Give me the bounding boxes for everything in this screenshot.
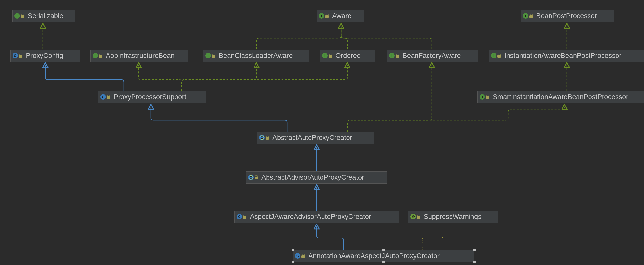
class-icon: C xyxy=(236,214,242,219)
annotation-icon: @ xyxy=(410,214,416,219)
node-suppresswarnings[interactable]: @ SuppressWarnings xyxy=(408,210,498,223)
selection-handle[interactable] xyxy=(382,248,385,251)
abstract-class-icon: C xyxy=(259,135,264,140)
node-serializable[interactable]: I Serializable xyxy=(12,10,75,22)
lock-icon xyxy=(417,215,420,218)
node-label: AbstractAdvisorAutoProxyCreator xyxy=(262,174,364,181)
node-label: AnnotationAwareAspectJAutoProxyCreator xyxy=(308,252,440,260)
lock-icon xyxy=(19,54,22,58)
node-abstractautoproxycreator[interactable]: C AbstractAutoProxyCreator xyxy=(257,132,374,144)
node-label: SmartInstantiationAwareBeanPostProcessor xyxy=(493,93,628,101)
edge-bfa-aware xyxy=(341,26,432,49)
interface-icon: I xyxy=(14,13,20,19)
node-label: Ordered xyxy=(336,52,361,60)
lock-icon xyxy=(530,14,533,18)
node-beanclassloaderaware[interactable]: I BeanClassLoaderAware xyxy=(203,50,309,62)
lock-icon xyxy=(99,54,102,58)
node-beanpostprocessor[interactable]: I BeanPostProcessor xyxy=(521,10,614,22)
lock-icon xyxy=(212,54,215,58)
edge-aapc-pps xyxy=(151,107,287,132)
selection-handle[interactable] xyxy=(473,261,476,263)
node-proxyprocessorsupport[interactable]: C ProxyProcessorSupport xyxy=(98,91,206,103)
node-instantiationawarebpp[interactable]: I InstantiationAwareBeanPostProcessor xyxy=(489,50,644,62)
interface-icon: I xyxy=(92,53,98,58)
edge-pps-ordered xyxy=(182,65,347,91)
node-label: BeanPostProcessor xyxy=(536,12,597,20)
node-label: Serializable xyxy=(28,12,63,20)
edge-ordered-aware xyxy=(341,26,347,49)
node-aware[interactable]: I Aware xyxy=(316,10,364,22)
node-aopinfrabean[interactable]: I AopInfrastructureBean xyxy=(90,50,188,62)
interface-icon: I xyxy=(480,94,485,100)
class-icon: C xyxy=(12,53,18,58)
node-label: SuppressWarnings xyxy=(424,213,482,220)
class-icon: C xyxy=(295,253,300,258)
node-proxyconfig[interactable]: C ProxyConfig xyxy=(10,50,80,62)
edge-pps-bcla xyxy=(182,65,256,91)
edge-bcla-aware xyxy=(256,26,341,49)
selection-handle[interactable] xyxy=(292,261,294,263)
node-label: BeanClassLoaderAware xyxy=(219,52,292,60)
lock-icon xyxy=(266,136,269,140)
selection-handle[interactable] xyxy=(473,248,476,251)
diagram-canvas[interactable]: I Serializable I Aware I BeanPostProcess… xyxy=(0,0,644,265)
node-smartinstawarebpp[interactable]: I SmartInstantiationAwareBeanPostProcess… xyxy=(477,91,644,103)
edge-annoaware-ajaware xyxy=(316,226,344,250)
edge-aapc-smartinst xyxy=(347,107,564,132)
selection-handle[interactable] xyxy=(292,248,294,251)
node-label: Aware xyxy=(332,12,352,20)
node-label: InstantiationAwareBeanPostProcessor xyxy=(504,52,622,60)
edge-pps-aopinfra xyxy=(139,65,182,91)
lock-icon xyxy=(325,14,329,18)
interface-icon: I xyxy=(319,13,324,19)
lock-icon xyxy=(21,14,24,18)
lock-icon xyxy=(498,54,501,58)
selection-handle[interactable] xyxy=(382,261,385,263)
node-label: BeanFactoryAware xyxy=(402,52,461,60)
lock-icon xyxy=(329,54,332,58)
interface-icon: I xyxy=(322,53,328,58)
edge-pps-proxyconfig xyxy=(46,65,124,91)
node-abstractadvisorautoproxycreator[interactable]: C AbstractAdvisorAutoProxyCreator xyxy=(246,171,387,184)
abstract-class-icon: C xyxy=(248,175,254,180)
interface-icon: I xyxy=(491,53,496,58)
interface-icon: I xyxy=(523,13,528,19)
node-aspectjawareadvisorautoproxycreator[interactable]: C AspectJAwareAdvisorAutoProxyCreator xyxy=(234,210,399,223)
node-label: AopInfrastructureBean xyxy=(106,52,174,60)
lock-icon xyxy=(243,215,246,218)
node-label: ProxyProcessorSupport xyxy=(114,93,186,101)
lock-icon xyxy=(254,176,258,179)
node-label: AspectJAwareAdvisorAutoProxyCreator xyxy=(250,213,371,220)
node-beanfactoryaware[interactable]: I BeanFactoryAware xyxy=(387,50,478,62)
interface-icon: I xyxy=(389,53,395,58)
lock-icon xyxy=(302,254,305,258)
lock-icon xyxy=(107,95,110,99)
node-ordered[interactable]: I Ordered xyxy=(320,50,375,62)
interface-icon: I xyxy=(206,53,211,58)
edge-aapc-bfa xyxy=(347,65,432,132)
node-annotationawareaspectjautoproxycreator[interactable]: C AnnotationAwareAspectJAutoProxyCreator xyxy=(293,250,474,262)
node-label: AbstractAutoProxyCreator xyxy=(272,134,352,142)
lock-icon xyxy=(396,54,399,58)
lock-icon xyxy=(486,95,490,99)
node-label: ProxyConfig xyxy=(26,52,63,60)
class-icon: C xyxy=(100,94,106,100)
edge-annoaware-suppress xyxy=(422,226,443,250)
